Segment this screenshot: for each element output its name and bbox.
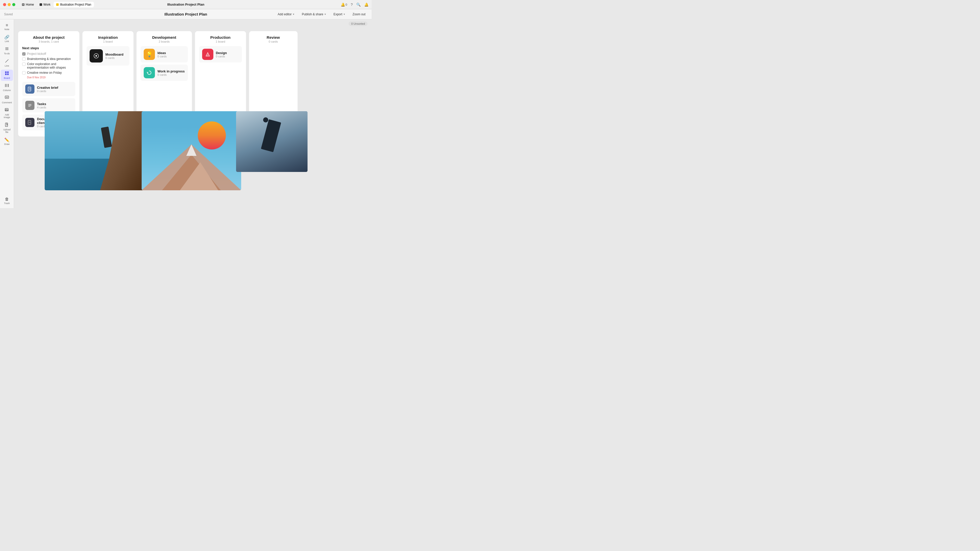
inspiration-title: Inspiration [86, 35, 129, 40]
tasks-icon [25, 101, 35, 110]
wip-title: Work in progress [158, 69, 185, 73]
export-button[interactable]: Export ▼ [331, 11, 348, 17]
svg-line-3 [5, 59, 8, 62]
ideas-card[interactable]: 💡 Ideas 0 cards [141, 46, 188, 62]
sidebar-item-addimage[interactable]: Add image [1, 106, 13, 120]
wip-card[interactable]: Work in progress 0 cards [141, 65, 188, 81]
help-icon[interactable]: ? [351, 3, 353, 6]
moodboard-title: Moodboard [105, 52, 124, 56]
comment-icon [5, 96, 9, 101]
svg-point-14 [7, 97, 8, 98]
publish-chevron: ▼ [324, 13, 326, 16]
sidebar-uploadfile-label: Upload file [3, 128, 11, 133]
sidebar-item-todo[interactable]: To-do [1, 45, 13, 56]
documents-icon [25, 118, 35, 127]
board-link-documents[interactable]: Documents from client 0 cards [22, 114, 75, 130]
svg-marker-36 [180, 162, 218, 190]
review-title: Review [253, 35, 293, 40]
ideas-icon: 💡 [144, 49, 155, 60]
sidebar-trash-label: Trash [4, 202, 10, 205]
ideas-title: Ideas [158, 51, 167, 55]
toolbar: Saved Illustration Project Plan Add edit… [0, 9, 372, 19]
svg-rect-4 [5, 71, 6, 73]
tab-home-label: Home [26, 3, 34, 6]
board-icon [5, 71, 9, 76]
tab-illus-dot [56, 3, 59, 6]
documents-title: Documents from client [37, 117, 72, 125]
svg-rect-27 [28, 121, 31, 124]
main-layout: ≡ Note 🔗 Link To-do Line Board [0, 19, 372, 208]
checkbox-brainstorm[interactable] [22, 57, 25, 61]
sidebar-note-label: Note [4, 28, 9, 30]
title-bar: M Home Work Illustration Project Plan Il… [0, 0, 372, 9]
sidebar-todo-label: To-do [4, 52, 10, 55]
export-chevron: ▼ [343, 13, 345, 16]
sidebar-item-trash[interactable]: 🗑 Trash [1, 195, 13, 206]
titlebar-title: Illustration Project Plan [167, 3, 204, 6]
page-title: Illustration Project Plan [164, 12, 207, 16]
sidebar-item-comment[interactable]: Comment [1, 94, 13, 105]
maximize-button[interactable] [12, 3, 15, 6]
close-button[interactable] [3, 3, 6, 6]
design-icon [202, 49, 213, 60]
sidebar-item-note[interactable]: ≡ Note [1, 21, 13, 32]
svg-rect-5 [7, 71, 9, 73]
about-section: About the project 3 boards, 1 card Next … [18, 31, 80, 137]
tab-home[interactable]: M Home [19, 2, 37, 7]
svg-marker-37 [186, 144, 197, 156]
production-subtitle: 1 board [199, 40, 242, 43]
sidebar-item-column[interactable]: Column [1, 82, 13, 93]
tab-work-dot [40, 3, 42, 6]
toolbar-right: Add editor ▼ Publish & share ▼ Export ▼ … [275, 11, 368, 17]
checklist-kickoff-label: Project kickoff [27, 52, 46, 56]
unsorted-badge[interactable]: 0 Unsorted [348, 21, 368, 26]
sidebar-board-label: Board [4, 77, 10, 79]
moodboard-card[interactable]: Moodboard 0 cards [86, 46, 129, 65]
documents-sub: 0 cards [37, 125, 72, 128]
design-card[interactable]: Design 0 cards [199, 46, 242, 62]
zoom-out-button[interactable]: Zoom out [350, 11, 368, 17]
line-icon [5, 59, 9, 64]
search-icon[interactable]: 🔍 [356, 3, 361, 6]
checklist-brainstorm-label: Brainstorming & idea generation [27, 57, 71, 61]
development-subtitle: 2 boards [141, 40, 188, 43]
review-section: Review 0 cards [249, 31, 298, 137]
publish-share-button[interactable]: Publish & share ▼ [300, 11, 328, 17]
checkbox-color[interactable] [22, 62, 25, 66]
moodboard-sub: 0 cards [105, 56, 124, 59]
board-link-creative-brief[interactable]: Creative brief 0 cards [22, 82, 75, 96]
notifications-icon[interactable]: 🔔 0 [341, 3, 347, 6]
checkbox-kickoff[interactable]: ✓ [22, 52, 25, 56]
tab-work[interactable]: Work [37, 2, 53, 7]
saved-status: Saved [4, 13, 13, 16]
tab-illus[interactable]: Illustration Project Plan [54, 2, 94, 7]
sidebar-addimage-label: Add image [3, 114, 11, 119]
add-editor-button[interactable]: Add editor ▼ [275, 11, 297, 17]
sidebar-comment-label: Comment [2, 101, 12, 104]
sidebar-item-link[interactable]: 🔗 Link [1, 33, 13, 44]
sidebar-column-label: Column [3, 89, 11, 92]
board-link-tasks[interactable]: Tasks 4 cards [22, 98, 75, 113]
svg-point-31 [95, 55, 97, 57]
sidebar-item-uploadfile[interactable]: Upload file [1, 121, 13, 135]
sidebar-item-line[interactable]: Line [1, 57, 13, 68]
checklist-review-label: Creative review on Friday [27, 71, 62, 75]
next-steps-title: Next steps [22, 46, 75, 50]
about-subtitle: 3 boards, 1 card [22, 40, 75, 43]
trash-icon: 🗑 [5, 197, 9, 202]
sidebar-line-label: Line [5, 65, 9, 67]
svg-rect-7 [7, 73, 9, 75]
ideas-sub: 0 cards [158, 55, 167, 58]
svg-rect-20 [28, 87, 31, 91]
minimize-button[interactable] [8, 3, 11, 6]
alert-icon[interactable]: 🔔 [364, 3, 369, 6]
sidebar-item-board[interactable]: Board [1, 70, 13, 81]
checklist-item-kickoff: ✓ Project kickoff [22, 52, 75, 56]
svg-marker-35 [162, 155, 221, 190]
titlebar-right: 🔔 0 ? 🔍 🔔 [341, 3, 369, 6]
checkbox-review[interactable] [22, 71, 25, 75]
tasks-sub: 4 cards [37, 106, 46, 109]
add-editor-chevron: ▼ [293, 13, 295, 16]
due-date: Due 8 Nov 2019 [27, 76, 75, 79]
sidebar-item-draw[interactable]: ✏️ Draw [1, 136, 13, 147]
